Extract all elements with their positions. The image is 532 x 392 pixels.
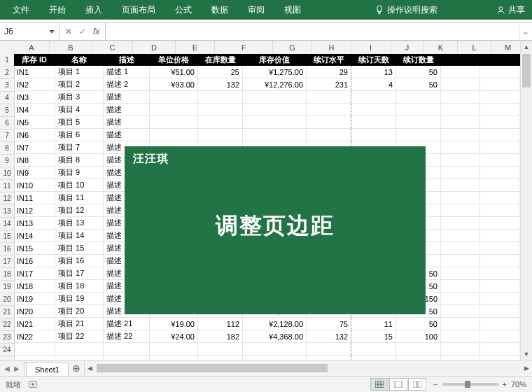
cell[interactable]: 描述 [104, 116, 150, 128]
cell[interactable]: 13 [351, 66, 396, 78]
column-header[interactable]: E [176, 41, 215, 54]
scroll-left-icon[interactable]: ◀ [85, 365, 96, 372]
cell[interactable]: 25 [198, 66, 243, 78]
row-header[interactable]: 5 [0, 104, 14, 117]
cell[interactable] [480, 54, 519, 66]
cell[interactable] [396, 104, 441, 115]
cell[interactable]: 描述 22 [104, 330, 150, 342]
hscroll-thumb[interactable] [97, 364, 328, 372]
cell[interactable] [307, 91, 351, 103]
cell[interactable] [14, 356, 55, 360]
cell[interactable] [441, 66, 480, 78]
cell[interactable]: IN7 [14, 141, 55, 153]
cell[interactable] [480, 217, 519, 229]
cell[interactable] [480, 192, 519, 204]
row-header[interactable]: 1 [0, 54, 14, 66]
column-header[interactable]: B [50, 41, 92, 54]
cell[interactable] [150, 129, 198, 141]
row-header[interactable]: 18 [0, 268, 14, 281]
cell[interactable] [441, 230, 480, 241]
cell[interactable] [480, 242, 519, 254]
column-header[interactable]: F [215, 41, 273, 54]
row-header[interactable]: 19 [0, 281, 14, 293]
cell[interactable] [243, 356, 307, 360]
cell[interactable]: 项目 3 [55, 91, 104, 103]
cell[interactable]: 11 [351, 318, 396, 330]
cell[interactable] [480, 179, 519, 191]
cell[interactable]: ¥1,275.00 [243, 66, 307, 78]
cell[interactable] [351, 343, 396, 355]
cell[interactable] [480, 154, 519, 166]
cell[interactable] [150, 104, 198, 115]
cell[interactable]: IN21 [14, 318, 55, 330]
cell[interactable] [441, 318, 480, 330]
cell[interactable] [396, 129, 441, 141]
column-header[interactable]: L [458, 41, 491, 54]
cell[interactable]: IN10 [14, 179, 55, 191]
cell[interactable]: IN5 [14, 116, 55, 128]
cell[interactable]: 续订水平 [307, 54, 351, 66]
cell[interactable]: 库存 ID [14, 54, 55, 66]
cell[interactable]: 续订天数 [351, 54, 396, 66]
row-header[interactable]: 10 [0, 167, 14, 180]
scroll-right-icon[interactable]: ▶ [521, 365, 532, 372]
cell[interactable] [396, 343, 441, 355]
cell[interactable] [441, 293, 480, 304]
cell[interactable] [480, 104, 519, 115]
zoom-level[interactable]: 70% [511, 380, 526, 388]
cell[interactable]: 75 [307, 318, 351, 330]
cell[interactable]: ¥19.00 [150, 318, 198, 330]
cell[interactable] [198, 104, 243, 115]
cell[interactable]: IN19 [14, 293, 55, 304]
zoom-slider-handle[interactable] [465, 381, 470, 388]
row-header[interactable]: 24 [0, 344, 14, 356]
cell[interactable]: IN9 [14, 167, 55, 178]
cell[interactable] [480, 255, 519, 267]
cell[interactable] [441, 167, 480, 178]
tell-me-search[interactable]: 操作说明搜索 [374, 4, 438, 16]
cell[interactable] [441, 267, 480, 279]
cell[interactable] [150, 356, 198, 360]
cell[interactable]: 项目 19 [55, 293, 104, 304]
cell[interactable] [441, 280, 480, 292]
cell[interactable] [351, 116, 396, 128]
cell[interactable] [396, 91, 441, 103]
cell[interactable]: ¥12,276.00 [243, 78, 307, 90]
row-header[interactable]: 6 [0, 117, 14, 130]
cell[interactable] [104, 356, 150, 360]
ribbon-tab[interactable]: 开始 [39, 0, 76, 20]
row-header[interactable]: 13 [0, 205, 14, 218]
cell[interactable] [351, 129, 396, 141]
cell[interactable] [351, 356, 396, 360]
ribbon-tab[interactable]: 数据 [202, 0, 238, 20]
cell[interactable] [104, 343, 150, 355]
row-header[interactable]: 7 [0, 130, 14, 142]
cell[interactable]: 项目 15 [55, 242, 104, 254]
cell[interactable] [55, 356, 104, 360]
cell[interactable] [441, 154, 480, 166]
cell[interactable]: IN22 [14, 330, 55, 342]
cell[interactable] [441, 305, 480, 317]
cell[interactable] [243, 129, 307, 141]
cancel-formula-icon[interactable]: ✕ [65, 27, 72, 36]
cell[interactable]: IN1 [14, 66, 55, 78]
cell[interactable]: 50 [396, 66, 441, 78]
cell[interactable] [441, 104, 480, 115]
cell[interactable]: 182 [198, 330, 243, 342]
cell[interactable]: 项目 14 [55, 230, 104, 241]
cell[interactable] [150, 91, 198, 103]
cell[interactable] [441, 343, 480, 355]
cell[interactable]: IN17 [14, 267, 55, 279]
cell[interactable]: 项目 1 [55, 66, 104, 78]
cell[interactable] [441, 242, 480, 254]
cell[interactable]: IN18 [14, 280, 55, 292]
column-header[interactable]: K [424, 41, 458, 54]
cell[interactable] [480, 66, 519, 78]
formula-bar[interactable] [106, 23, 519, 40]
cell[interactable] [441, 217, 480, 229]
cell[interactable] [198, 116, 243, 128]
cell[interactable]: IN15 [14, 242, 55, 254]
cell[interactable]: 100 [396, 330, 441, 342]
cell[interactable]: IN16 [14, 255, 55, 267]
cell[interactable]: 项目 8 [55, 154, 104, 166]
